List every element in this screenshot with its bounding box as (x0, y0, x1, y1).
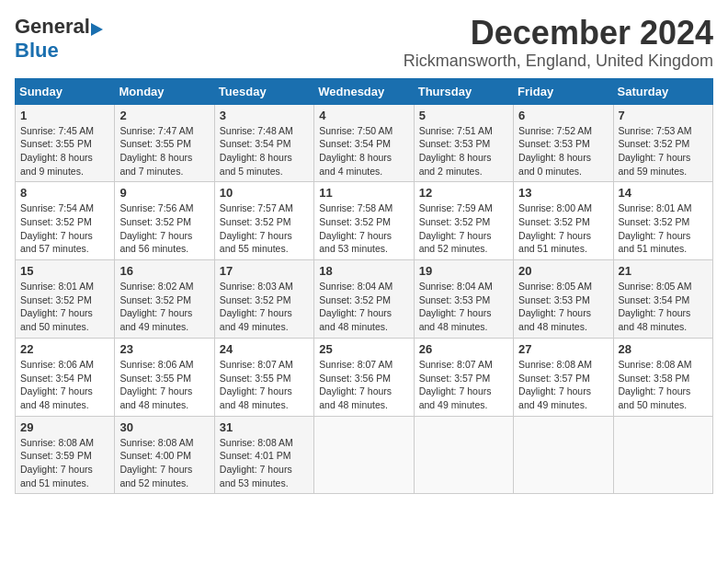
day-info: Sunrise: 8:04 AMSunset: 3:53 PMDaylight:… (419, 280, 508, 334)
day-info: Sunrise: 7:56 AMSunset: 3:52 PMDaylight:… (119, 201, 209, 256)
title-block: December 2024 Rickmansworth, England, Un… (404, 15, 713, 71)
day-number: 9 (119, 186, 209, 200)
calendar-day-cell: 14Sunrise: 8:01 AMSunset: 3:52 PMDayligh… (613, 182, 712, 260)
day-number: 4 (319, 109, 408, 122)
day-info: Sunrise: 8:05 AMSunset: 3:54 PMDaylight:… (619, 280, 708, 334)
page-title: December 2024 (404, 15, 713, 52)
calendar-header-row: SundayMondayTuesdayWednesdayThursdayFrid… (16, 78, 713, 104)
day-number: 3 (220, 109, 309, 122)
calendar-day-cell: 17Sunrise: 8:03 AMSunset: 3:52 PMDayligh… (214, 260, 313, 339)
logo-general-text: General (15, 15, 90, 38)
day-info: Sunrise: 7:58 AMSunset: 3:52 PMDaylight:… (319, 201, 408, 256)
logo-blue-text: Blue (15, 39, 59, 62)
day-info: Sunrise: 7:54 AMSunset: 3:52 PMDaylight:… (20, 201, 109, 256)
calendar-week-row: 1Sunrise: 7:45 AMSunset: 3:55 PMDaylight… (16, 104, 713, 182)
calendar-day-cell (314, 416, 414, 494)
logo: General Blue (15, 15, 103, 63)
day-number: 2 (119, 109, 209, 122)
day-number: 23 (119, 342, 209, 356)
day-number: 31 (220, 420, 309, 434)
calendar-day-cell: 23Sunrise: 8:06 AMSunset: 3:55 PMDayligh… (115, 338, 214, 416)
day-info: Sunrise: 8:06 AMSunset: 3:55 PMDaylight:… (119, 358, 209, 412)
calendar-day-cell: 9Sunrise: 7:56 AMSunset: 3:52 PMDaylight… (115, 182, 214, 260)
calendar-day-cell: 7Sunrise: 7:53 AMSunset: 3:52 PMDaylight… (613, 104, 712, 182)
calendar-day-cell: 27Sunrise: 8:08 AMSunset: 3:57 PMDayligh… (514, 338, 613, 416)
calendar-day-cell: 18Sunrise: 8:04 AMSunset: 3:52 PMDayligh… (314, 260, 414, 339)
calendar-body: 1Sunrise: 7:45 AMSunset: 3:55 PMDaylight… (16, 104, 713, 494)
day-info: Sunrise: 8:08 AMSunset: 4:00 PMDaylight:… (119, 436, 209, 490)
day-info: Sunrise: 8:08 AMSunset: 4:01 PMDaylight:… (220, 436, 309, 490)
day-number: 7 (619, 109, 708, 122)
day-info: Sunrise: 8:07 AMSunset: 3:56 PMDaylight:… (319, 358, 408, 412)
day-number: 12 (419, 186, 508, 200)
calendar-day-cell: 1Sunrise: 7:45 AMSunset: 3:55 PMDaylight… (16, 104, 115, 182)
calendar-day-cell: 26Sunrise: 8:07 AMSunset: 3:57 PMDayligh… (414, 338, 513, 416)
calendar-day-cell: 4Sunrise: 7:50 AMSunset: 3:54 PMDaylight… (314, 104, 414, 182)
day-info: Sunrise: 8:08 AMSunset: 3:59 PMDaylight:… (20, 436, 109, 490)
calendar-week-row: 22Sunrise: 8:06 AMSunset: 3:54 PMDayligh… (16, 338, 713, 416)
page-header: General Blue December 2024 Rickmansworth… (15, 15, 713, 71)
day-number: 6 (518, 109, 608, 122)
day-info: Sunrise: 7:51 AMSunset: 3:53 PMDaylight:… (419, 124, 508, 178)
day-number: 17 (220, 264, 309, 278)
day-info: Sunrise: 8:05 AMSunset: 3:53 PMDaylight:… (518, 280, 608, 334)
calendar-day-cell: 19Sunrise: 8:04 AMSunset: 3:53 PMDayligh… (414, 260, 513, 339)
day-info: Sunrise: 7:57 AMSunset: 3:52 PMDaylight:… (220, 201, 309, 256)
day-number: 8 (20, 186, 109, 200)
calendar-day-cell: 28Sunrise: 8:08 AMSunset: 3:58 PMDayligh… (613, 338, 712, 416)
calendar-weekday-header: Sunday (16, 78, 115, 104)
day-info: Sunrise: 8:06 AMSunset: 3:54 PMDaylight:… (20, 358, 109, 412)
day-info: Sunrise: 8:02 AMSunset: 3:52 PMDaylight:… (119, 280, 209, 334)
calendar-day-cell: 30Sunrise: 8:08 AMSunset: 4:00 PMDayligh… (115, 416, 214, 494)
day-number: 18 (319, 264, 408, 278)
day-info: Sunrise: 7:59 AMSunset: 3:52 PMDaylight:… (419, 201, 508, 256)
calendar-day-cell: 8Sunrise: 7:54 AMSunset: 3:52 PMDaylight… (16, 182, 115, 260)
calendar-day-cell: 25Sunrise: 8:07 AMSunset: 3:56 PMDayligh… (314, 338, 414, 416)
calendar-weekday-header: Thursday (414, 78, 513, 104)
day-info: Sunrise: 8:08 AMSunset: 3:58 PMDaylight:… (619, 358, 708, 412)
calendar-day-cell: 24Sunrise: 8:07 AMSunset: 3:55 PMDayligh… (214, 338, 313, 416)
day-number: 30 (119, 420, 209, 434)
calendar-day-cell: 15Sunrise: 8:01 AMSunset: 3:52 PMDayligh… (16, 260, 115, 339)
day-number: 29 (20, 420, 109, 434)
calendar-weekday-header: Saturday (613, 78, 712, 104)
calendar-day-cell (613, 416, 712, 494)
day-info: Sunrise: 7:52 AMSunset: 3:53 PMDaylight:… (518, 124, 608, 178)
day-info: Sunrise: 7:50 AMSunset: 3:54 PMDaylight:… (319, 124, 408, 178)
calendar-day-cell: 20Sunrise: 8:05 AMSunset: 3:53 PMDayligh… (514, 260, 613, 339)
calendar-week-row: 29Sunrise: 8:08 AMSunset: 3:59 PMDayligh… (16, 416, 713, 494)
calendar-day-cell: 12Sunrise: 7:59 AMSunset: 3:52 PMDayligh… (414, 182, 513, 260)
day-info: Sunrise: 8:00 AMSunset: 3:52 PMDaylight:… (518, 201, 608, 256)
day-info: Sunrise: 8:04 AMSunset: 3:52 PMDaylight:… (319, 280, 408, 334)
day-info: Sunrise: 8:07 AMSunset: 3:55 PMDaylight:… (220, 358, 309, 412)
calendar-table: SundayMondayTuesdayWednesdayThursdayFrid… (15, 78, 713, 495)
day-number: 25 (319, 342, 408, 356)
calendar-weekday-header: Wednesday (314, 78, 414, 104)
day-number: 19 (419, 264, 508, 278)
day-number: 16 (119, 264, 209, 278)
day-number: 26 (419, 342, 508, 356)
calendar-day-cell (414, 416, 513, 494)
calendar-day-cell: 2Sunrise: 7:47 AMSunset: 3:55 PMDaylight… (115, 104, 214, 182)
calendar-day-cell: 13Sunrise: 8:00 AMSunset: 3:52 PMDayligh… (514, 182, 613, 260)
day-number: 1 (20, 109, 109, 122)
day-number: 28 (619, 342, 708, 356)
day-number: 24 (220, 342, 309, 356)
calendar-day-cell: 3Sunrise: 7:48 AMSunset: 3:54 PMDaylight… (214, 104, 313, 182)
day-number: 21 (619, 264, 708, 278)
calendar-day-cell: 31Sunrise: 8:08 AMSunset: 4:01 PMDayligh… (214, 416, 313, 494)
day-info: Sunrise: 8:03 AMSunset: 3:52 PMDaylight:… (220, 280, 309, 334)
calendar-day-cell: 29Sunrise: 8:08 AMSunset: 3:59 PMDayligh… (16, 416, 115, 494)
calendar-day-cell: 10Sunrise: 7:57 AMSunset: 3:52 PMDayligh… (214, 182, 313, 260)
calendar-weekday-header: Friday (514, 78, 613, 104)
calendar-weekday-header: Tuesday (214, 78, 313, 104)
calendar-day-cell: 6Sunrise: 7:52 AMSunset: 3:53 PMDaylight… (514, 104, 613, 182)
day-info: Sunrise: 8:01 AMSunset: 3:52 PMDaylight:… (20, 280, 109, 334)
calendar-day-cell: 11Sunrise: 7:58 AMSunset: 3:52 PMDayligh… (314, 182, 414, 260)
page-subtitle: Rickmansworth, England, United Kingdom (404, 52, 713, 71)
day-info: Sunrise: 7:45 AMSunset: 3:55 PMDaylight:… (20, 124, 109, 178)
calendar-header: SundayMondayTuesdayWednesdayThursdayFrid… (16, 78, 713, 104)
day-number: 5 (419, 109, 508, 122)
day-number: 27 (518, 342, 608, 356)
calendar-weekday-header: Monday (115, 78, 214, 104)
